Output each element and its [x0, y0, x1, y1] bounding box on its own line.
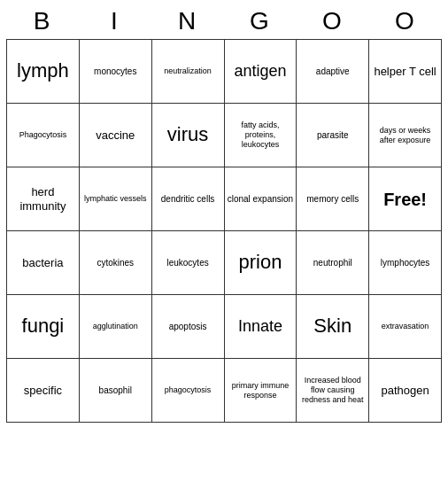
bingo-cell-text-23: lymphocytes: [381, 258, 430, 268]
bingo-cell-text-15: clonal expansion: [228, 194, 294, 205]
bingo-cell-text-14: dendritic cells: [161, 194, 215, 205]
bingo-cell-29: extravasation: [369, 295, 442, 359]
header-letter-o-4: O: [297, 4, 369, 39]
bingo-cell-text-11: days or weeks after exposure: [372, 126, 438, 145]
bingo-cell-text-6: Phagocytosis: [19, 130, 67, 140]
bingo-cell-text-24: fungi: [22, 315, 65, 338]
bingo-cell-text-22: neutrophil: [313, 258, 352, 268]
bingo-cell-2: neutralization: [152, 40, 225, 104]
bingo-cell-text-16: memory cells: [306, 194, 359, 205]
bingo-cell-7: vaccine: [80, 104, 152, 167]
bingo-cell-text-19: cytokines: [97, 258, 134, 268]
header-letter-n-2: N: [151, 4, 224, 39]
bingo-cell-15: clonal expansion: [225, 167, 297, 231]
bingo-cell-text-33: primary immune response: [228, 381, 294, 400]
bingo-cell-23: lymphocytes: [369, 231, 442, 295]
bingo-cell-22: neutrophil: [297, 231, 369, 295]
bingo-cell-8: virus: [152, 104, 225, 167]
bingo-cell-21: prion: [225, 231, 297, 295]
bingo-cell-text-12: herd immunity: [10, 185, 76, 213]
bingo-cell-text-7: vaccine: [96, 128, 135, 143]
bingo-cell-14: dendritic cells: [152, 167, 225, 231]
bingo-cell-text-20: leukocytes: [166, 258, 208, 268]
bingo-cell-24: fungi: [7, 295, 80, 359]
bingo-cell-text-1: monocytes: [94, 66, 136, 77]
bingo-cell-text-26: apoptosis: [169, 322, 207, 332]
bingo-cell-6: Phagocytosis: [7, 104, 80, 167]
bingo-cell-text-8: virus: [167, 123, 208, 146]
bingo-cell-16: memory cells: [297, 167, 369, 231]
bingo-cell-text-4: adaptive: [316, 66, 350, 77]
bingo-cell-text-0: lymph: [17, 59, 69, 82]
bingo-cell-11: days or weeks after exposure: [369, 104, 442, 167]
bingo-cell-20: leukocytes: [152, 231, 225, 295]
bingo-cell-26: apoptosis: [152, 295, 225, 359]
bingo-cell-0: lymph: [7, 40, 80, 104]
bingo-cell-18: bacteria: [7, 231, 80, 295]
bingo-cell-text-34: Increased blood flow causing redness and…: [299, 376, 366, 404]
bingo-cell-text-31: basophil: [99, 385, 132, 396]
bingo-cell-31: basophil: [80, 359, 152, 423]
bingo-cell-text-10: parasite: [317, 130, 349, 141]
bingo-cell-text-32: phagocytosis: [165, 385, 212, 395]
header-letter-b-0: B: [6, 4, 79, 39]
bingo-cell-28: Skin: [297, 295, 369, 359]
bingo-cell-text-9: fatty acids, proteins, leukocytes: [228, 120, 294, 149]
bingo-cell-34: Increased blood flow causing redness and…: [297, 359, 369, 423]
bingo-cell-13: lymphatic vessels: [80, 167, 152, 231]
bingo-cell-text-3: antigen: [234, 62, 286, 82]
bingo-cell-12: herd immunity: [7, 167, 80, 231]
bingo-cell-text-17: Free!: [383, 189, 427, 210]
bingo-cell-17: Free!: [369, 167, 442, 231]
bingo-cell-3: antigen: [225, 40, 297, 104]
bingo-cell-text-27: Innate: [238, 317, 282, 337]
bingo-grid: lymphmonocytesneutralizationantigenadapt…: [6, 39, 442, 423]
bingo-cell-text-25: agglutination: [93, 322, 138, 331]
header-letter-o-5: O: [369, 4, 442, 39]
bingo-cell-text-35: pathogen: [381, 384, 429, 398]
bingo-cell-text-29: extravasation: [382, 322, 429, 331]
bingo-card: BINGOO lymphmonocytesneutralizationantig…: [3, 0, 445, 426]
header-letter-g-3: G: [224, 4, 297, 39]
bingo-cell-text-18: bacteria: [22, 256, 63, 270]
header-letter-i-1: I: [79, 4, 151, 39]
bingo-cell-1: monocytes: [80, 40, 152, 104]
bingo-cell-19: cytokines: [80, 231, 152, 295]
bingo-cell-text-5: helper T cell: [374, 65, 436, 79]
bingo-cell-32: phagocytosis: [152, 359, 225, 423]
bingo-cell-33: primary immune response: [225, 359, 297, 423]
bingo-cell-35: pathogen: [369, 359, 442, 423]
bingo-header: BINGOO: [6, 4, 442, 39]
bingo-cell-text-2: neutralization: [164, 66, 212, 76]
bingo-cell-30: specific: [7, 359, 80, 423]
bingo-cell-5: helper T cell: [369, 40, 442, 104]
bingo-cell-4: adaptive: [297, 40, 369, 104]
bingo-cell-text-28: Skin: [313, 315, 351, 338]
bingo-cell-10: parasite: [297, 104, 369, 167]
bingo-cell-text-30: specific: [24, 384, 62, 398]
bingo-cell-text-21: prion: [238, 251, 282, 274]
bingo-cell-25: agglutination: [80, 295, 152, 359]
bingo-cell-27: Innate: [225, 295, 297, 359]
bingo-cell-9: fatty acids, proteins, leukocytes: [225, 104, 297, 167]
bingo-cell-text-13: lymphatic vessels: [84, 194, 147, 204]
